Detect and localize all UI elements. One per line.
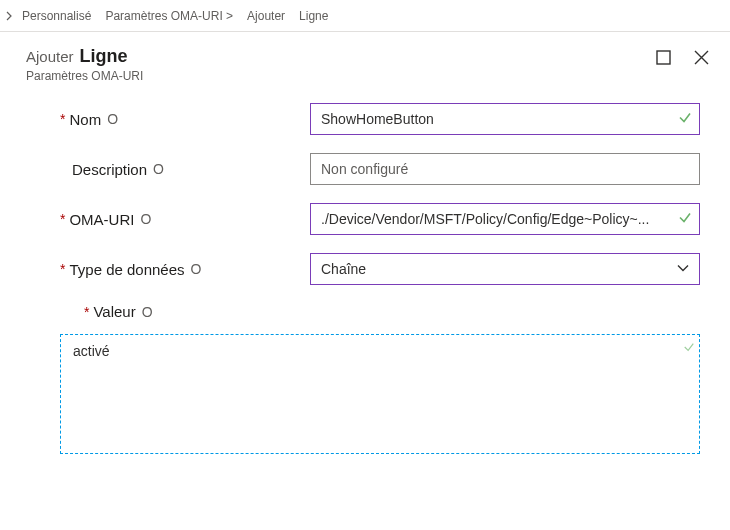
square-icon — [656, 50, 671, 65]
datatype-select[interactable]: Chaîne — [310, 253, 700, 285]
omauri-input[interactable] — [310, 203, 700, 235]
row-description: Description O — [60, 153, 700, 185]
panel-header: Ajouter Ligne Paramètres OMA-URI — [0, 32, 730, 89]
page-title: Ligne — [80, 46, 128, 67]
info-icon[interactable]: O — [142, 304, 153, 320]
label-omauri: OMA-URI — [69, 211, 134, 228]
label-datatype: Type de données — [69, 261, 184, 278]
row-name: * Nom O — [60, 103, 700, 135]
label-description: Description — [72, 161, 147, 178]
close-icon — [694, 50, 709, 65]
breadcrumb-item-row[interactable]: Ligne — [293, 9, 334, 23]
svg-rect-0 — [657, 51, 670, 64]
panel-action: Ajouter — [26, 48, 74, 65]
required-star: * — [60, 112, 65, 126]
close-button[interactable] — [692, 48, 710, 66]
panel-subtitle: Paramètres OMA-URI — [26, 69, 143, 83]
maximize-button[interactable] — [654, 48, 672, 66]
required-star: * — [84, 305, 89, 319]
label-value: Valeur — [93, 303, 135, 320]
description-input[interactable] — [310, 153, 700, 185]
chevron-right-icon — [4, 11, 14, 21]
info-icon[interactable]: O — [153, 161, 164, 177]
name-input[interactable] — [310, 103, 700, 135]
form-area: * Nom O Description O * OMA-URI O — [0, 89, 730, 457]
info-icon[interactable]: O — [191, 261, 202, 277]
breadcrumb: Personnalisé Paramètres OMA-URI > Ajoute… — [0, 0, 730, 32]
required-star: * — [60, 212, 65, 226]
required-star: * — [60, 262, 65, 276]
row-value-label: * Valeur O — [84, 303, 700, 320]
row-omauri: * OMA-URI O — [60, 203, 700, 235]
breadcrumb-item-add[interactable]: Ajouter — [241, 9, 291, 23]
breadcrumb-item-custom[interactable]: Personnalisé — [16, 9, 97, 23]
datatype-selected: Chaîne — [321, 261, 366, 277]
value-textarea[interactable] — [60, 334, 700, 454]
row-datatype: * Type de données O Chaîne — [60, 253, 700, 285]
label-name: Nom — [69, 111, 101, 128]
info-icon[interactable]: O — [107, 111, 118, 127]
info-icon[interactable]: O — [140, 211, 151, 227]
breadcrumb-item-omauri-settings[interactable]: Paramètres OMA-URI > — [99, 9, 239, 23]
